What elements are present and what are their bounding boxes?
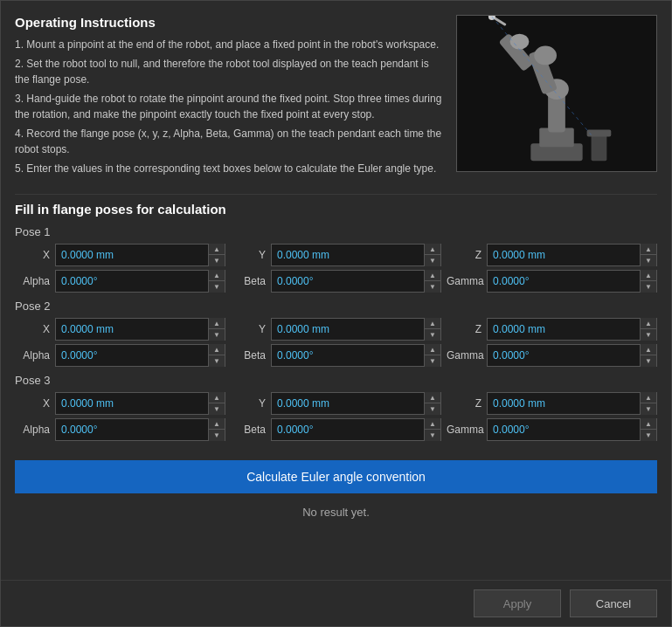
pose-2-x-down[interactable]: ▼ <box>209 329 225 341</box>
pose-3-y-input[interactable] <box>272 393 424 414</box>
pose-3-alpha-label: Alpha <box>15 424 50 436</box>
pose-1-x-input[interactable] <box>56 245 208 265</box>
pose-1-alpha-label: Alpha <box>15 275 50 287</box>
pose-2-gamma-up[interactable]: ▲ <box>641 344 656 355</box>
pose-2-beta-arrows: ▲ ▼ <box>424 344 440 367</box>
pose-2-label: Pose 2 <box>15 300 657 313</box>
pose-3-x-up[interactable]: ▲ <box>209 392 225 403</box>
pose-3-gamma-up[interactable]: ▲ <box>641 418 656 430</box>
pose-1-z-down[interactable]: ▼ <box>641 255 656 266</box>
pose-1-beta-field[interactable]: ▲ ▼ <box>271 270 441 293</box>
pose-2-x-input[interactable] <box>56 319 208 340</box>
pose-2-z-field[interactable]: ▲ ▼ <box>487 318 657 341</box>
pose-3-z-up[interactable]: ▲ <box>641 392 656 403</box>
pose-2-beta-input[interactable] <box>272 345 424 366</box>
pose-1-y-field[interactable]: ▲ ▼ <box>271 244 441 266</box>
pose-3-gamma-field[interactable]: ▲ ▼ <box>487 418 657 441</box>
pose-3-y-field[interactable]: ▲ ▼ <box>271 392 441 415</box>
pose-3-alpha-down[interactable]: ▼ <box>209 430 225 441</box>
pose-2-x-up[interactable]: ▲ <box>209 318 225 329</box>
pose-2-alpha-input[interactable] <box>56 345 208 366</box>
pose-1-y-down[interactable]: ▼ <box>425 255 440 266</box>
pose-2-gamma-down[interactable]: ▼ <box>641 355 656 367</box>
pose-3-alpha-field[interactable]: ▲ ▼ <box>55 418 225 441</box>
pose-3-beta-field[interactable]: ▲ ▼ <box>271 418 441 441</box>
pose-2-beta-up[interactable]: ▲ <box>425 344 440 355</box>
pose-2-z-arrows: ▲ ▼ <box>640 318 656 341</box>
pose-2-beta-down[interactable]: ▼ <box>425 355 440 367</box>
pose-3-z-down[interactable]: ▼ <box>641 403 656 415</box>
pose-1-gamma-up[interactable]: ▲ <box>641 270 656 281</box>
pose-1-y-up[interactable]: ▲ <box>425 244 440 255</box>
cancel-button[interactable]: Cancel <box>570 589 657 617</box>
pose-1-y-label: Y <box>231 249 266 261</box>
pose-1-beta-input[interactable] <box>272 271 424 292</box>
pose-3-alpha-up[interactable]: ▲ <box>209 418 225 430</box>
pose-3-x-input[interactable] <box>56 393 208 414</box>
pose-1-alpha-up[interactable]: ▲ <box>209 270 225 281</box>
pose-2-alpha-field[interactable]: ▲ ▼ <box>55 344 225 367</box>
pose-1-x-field[interactable]: ▲ ▼ <box>55 244 225 266</box>
pose-2-x-field[interactable]: ▲ ▼ <box>55 318 225 341</box>
pose-2-y-input[interactable] <box>272 319 424 340</box>
pose-3-gamma-arrows: ▲ ▼ <box>640 418 656 441</box>
pose-1-gamma-down[interactable]: ▼ <box>641 281 656 293</box>
pose-1-gamma-input[interactable] <box>488 271 640 292</box>
pose-3-y-down[interactable]: ▼ <box>425 403 440 415</box>
pose-3-beta-input[interactable] <box>272 419 424 440</box>
pose-2-gamma-input[interactable] <box>488 345 640 366</box>
pose-2-x-label: X <box>15 323 50 335</box>
fill-section-title: Fill in flange poses for calculation <box>15 202 657 217</box>
pose-1-gamma-field[interactable]: ▲ ▼ <box>487 270 657 293</box>
pose-2-gamma-arrows: ▲ ▼ <box>640 344 656 367</box>
pose-2-alpha-up[interactable]: ▲ <box>209 344 225 355</box>
pose-1-alpha-field[interactable]: ▲ ▼ <box>55 270 225 293</box>
pose-2-x-arrows: ▲ ▼ <box>208 318 225 341</box>
pose-1-z-input[interactable] <box>488 245 640 265</box>
pose-1-alpha-down[interactable]: ▼ <box>209 281 225 293</box>
pose-3-x-field[interactable]: ▲ ▼ <box>55 392 225 415</box>
pose-3-x-down[interactable]: ▼ <box>209 403 225 415</box>
calculate-button[interactable]: Calculate Euler angle convention <box>15 460 657 493</box>
pose-3-gamma-down[interactable]: ▼ <box>641 430 656 441</box>
pose-2-alpha-down[interactable]: ▼ <box>209 355 225 367</box>
pose-2-y-up[interactable]: ▲ <box>425 318 440 329</box>
pose-3-z-field[interactable]: ▲ ▼ <box>487 392 657 415</box>
pose-2-y-label: Y <box>231 323 266 335</box>
pose-3-alpha-arrows: ▲ ▼ <box>208 418 225 441</box>
pose-3-beta-label: Beta <box>231 424 266 436</box>
pose-2-z-down[interactable]: ▼ <box>641 329 656 341</box>
apply-button[interactable]: Apply <box>474 589 561 617</box>
pose-2-y-field[interactable]: ▲ ▼ <box>271 318 441 341</box>
pose-1-z-arrows: ▲ ▼ <box>640 244 656 266</box>
pose-3-beta-up[interactable]: ▲ <box>425 418 440 430</box>
pose-3-gamma-input[interactable] <box>488 419 640 440</box>
pose-2-gamma-field[interactable]: ▲ ▼ <box>487 344 657 367</box>
pose-2-z-up[interactable]: ▲ <box>641 318 656 329</box>
instruction-line-1: 1. Mount a pinpoint at the end of the ro… <box>15 37 442 52</box>
pose-1-beta-up[interactable]: ▲ <box>425 270 440 281</box>
pose-3-y-arrows: ▲ ▼ <box>424 392 440 415</box>
pose-1-y-arrows: ▲ ▼ <box>424 244 440 266</box>
svg-point-6 <box>534 46 557 65</box>
pose-3-alpha-input[interactable] <box>56 419 208 440</box>
pose-2-beta-label: Beta <box>231 349 266 362</box>
pose-1-alpha-input[interactable] <box>56 271 208 292</box>
robot-image <box>456 15 657 172</box>
pose-1-x-down[interactable]: ▼ <box>209 255 225 266</box>
pose-1-y-input[interactable] <box>272 245 424 265</box>
pose-1-x-up[interactable]: ▲ <box>209 244 225 255</box>
pose-3-beta-down[interactable]: ▼ <box>425 430 440 441</box>
pose-3-y-label: Y <box>231 397 266 410</box>
pose-3-z-input[interactable] <box>488 393 640 414</box>
pose-1-x-label: X <box>15 249 50 261</box>
pose-1-z-field[interactable]: ▲ ▼ <box>487 244 657 266</box>
pose-2-z-input[interactable] <box>488 319 640 340</box>
instructions-text: Operating Instructions 1. Mount a pinpoi… <box>15 15 442 176</box>
header-section: Operating Instructions 1. Mount a pinpoi… <box>15 15 657 176</box>
pose-1-z-up[interactable]: ▲ <box>641 244 656 255</box>
pose-2-y-down[interactable]: ▼ <box>425 329 440 341</box>
pose-2-beta-field[interactable]: ▲ ▼ <box>271 344 441 367</box>
pose-3-y-up[interactable]: ▲ <box>425 392 440 403</box>
pose-1-beta-down[interactable]: ▼ <box>425 281 440 293</box>
